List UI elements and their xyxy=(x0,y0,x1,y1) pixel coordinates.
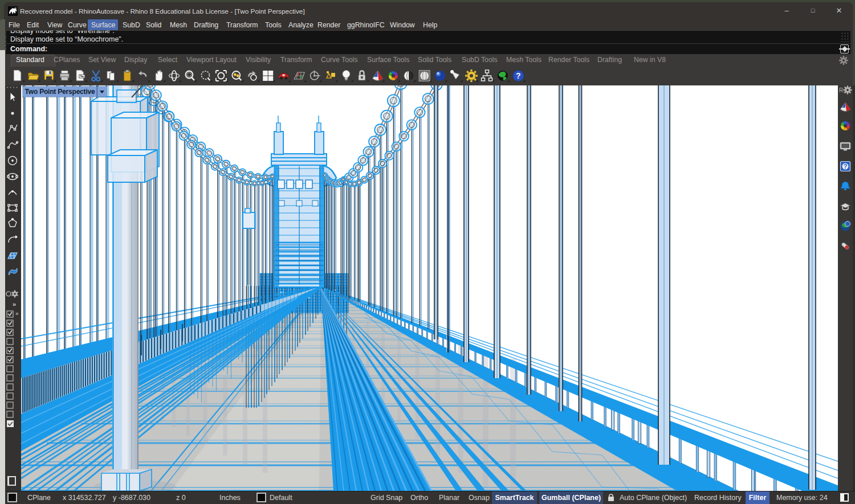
svg-text:?: ? xyxy=(516,71,521,80)
svg-text:?: ? xyxy=(844,163,848,170)
svg-text:»: » xyxy=(13,301,16,308)
svg-text:8: 8 xyxy=(15,7,17,10)
svg-text:»: » xyxy=(15,310,19,317)
